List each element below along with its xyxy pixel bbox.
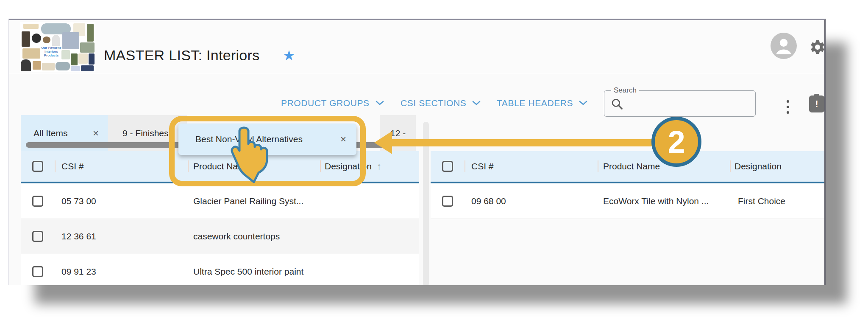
sort-asc-icon: ↑	[377, 161, 381, 171]
table-row[interactable]: 09 91 23 Ultra Spec 500 interior paint	[21, 254, 419, 285]
select-all-checkbox[interactable]	[442, 161, 453, 172]
table-row[interactable]: 05 73 00 Glacier Panel Railing Syst...	[21, 183, 419, 219]
favorite-star-icon[interactable]: ★	[283, 47, 295, 64]
close-icon[interactable]: ×	[93, 127, 99, 139]
search-input[interactable]	[626, 93, 749, 113]
app-screenshot: Our Favorite Interiors Products MASTER L…	[8, 19, 826, 285]
annotation-step-badge: 2	[651, 117, 701, 167]
table-row[interactable]: 09 68 00 EcoWorx Tile with Nylon ... Fir…	[431, 183, 825, 219]
column-header-designation[interactable]: Designation	[734, 161, 782, 171]
app-header: Our Favorite Interiors Products MASTER L…	[9, 20, 824, 74]
chevron-down-icon	[376, 101, 384, 106]
right-table-header: CSI # Product Name Designation	[431, 151, 825, 183]
column-header-product-name[interactable]: Product Name	[603, 161, 660, 171]
account-avatar[interactable]	[771, 33, 797, 59]
logo-caption: Our Favorite Interiors Products	[41, 46, 61, 57]
cell-product: Glacier Panel Railing Syst...	[193, 196, 303, 206]
menu-label: TABLE HEADERS	[497, 98, 573, 108]
menu-label: PRODUCT GROUPS	[281, 98, 370, 108]
search-box[interactable]: Search	[604, 90, 756, 117]
column-header-csi[interactable]: CSI #	[471, 161, 494, 171]
cell-product: EcoWorx Tile with Nylon ...	[603, 196, 709, 206]
select-all-checkbox[interactable]	[32, 161, 43, 172]
report-issue-icon[interactable]: !	[809, 95, 824, 112]
pointing-hand-cursor-icon	[228, 125, 275, 186]
menu-product-groups[interactable]: PRODUCT GROUPS	[281, 97, 384, 109]
page-title: MASTER LIST: Interiors	[104, 47, 259, 64]
cell-csi: 12 36 61	[61, 231, 96, 242]
close-icon[interactable]: ×	[340, 133, 346, 145]
search-icon	[610, 97, 624, 111]
chevron-down-icon	[579, 101, 587, 106]
cell-product: Ultra Spec 500 interior paint	[193, 267, 303, 277]
tab-label: All Items	[33, 128, 68, 138]
row-checkbox[interactable]	[442, 196, 453, 207]
more-options-kebab-icon[interactable]	[780, 95, 796, 118]
cell-designation: First Choice	[738, 196, 785, 206]
tab-label: 12 -	[390, 128, 406, 138]
table-row[interactable]: 12 36 61 casework countertops	[21, 219, 419, 254]
workspace-logo: Our Favorite Interiors Products	[20, 22, 95, 72]
chevron-down-icon	[472, 101, 481, 106]
row-checkbox[interactable]	[32, 266, 43, 277]
row-checkbox[interactable]	[32, 231, 43, 242]
annotation-arrow-line	[389, 139, 654, 146]
cell-csi: 05 73 00	[61, 196, 96, 206]
cell-csi: 09 91 23	[61, 267, 96, 277]
step-number: 2	[668, 124, 685, 160]
menu-label: CSI SECTIONS	[401, 98, 466, 108]
column-header-csi[interactable]: CSI #	[61, 161, 84, 171]
menu-csi-sections[interactable]: CSI SECTIONS	[401, 97, 481, 109]
alert-glyph: !	[815, 98, 818, 110]
cell-csi: 09 68 00	[471, 196, 506, 206]
avatar-icon	[771, 33, 797, 59]
cell-product: casework countertops	[193, 231, 280, 242]
tab-label: 9 - Finishes	[122, 128, 169, 138]
menu-table-headers[interactable]: TABLE HEADERS	[497, 97, 587, 109]
settings-gear-icon[interactable]	[809, 39, 826, 56]
row-checkbox[interactable]	[32, 196, 43, 207]
